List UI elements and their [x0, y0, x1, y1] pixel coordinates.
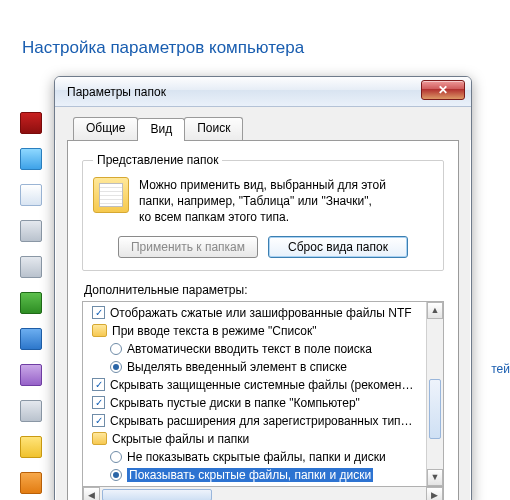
tree-item[interactable]: Скрытые файлы и папки	[83, 430, 426, 448]
tree-item-label: Не показывать скрытые файлы, папки и дис…	[127, 450, 386, 464]
tree-item-label: Отображать сжатые или зашифрованные файл…	[110, 306, 412, 320]
radio-icon[interactable]	[110, 469, 122, 481]
dialog-title: Параметры папок	[67, 85, 166, 99]
tree-item[interactable]: Выделять введенный элемент в списке	[83, 358, 426, 376]
checkbox-icon[interactable]	[92, 378, 105, 391]
tree-item-selected[interactable]: Показывать скрытые файлы, папки и диски	[83, 466, 426, 484]
tree-item-label: При вводе текста в режиме "Список"	[112, 324, 317, 338]
sidebar-icon[interactable]	[20, 328, 42, 350]
truncated-link-text[interactable]: тей	[491, 362, 510, 376]
page-title: Настройка параметров компьютера	[22, 38, 304, 58]
tree-item[interactable]: Не показывать скрытые файлы, папки и дис…	[83, 448, 426, 466]
sidebar-icon[interactable]	[20, 256, 42, 278]
tab-view[interactable]: Вид	[137, 118, 185, 141]
reset-folders-button[interactable]: Сброс вида папок	[268, 236, 408, 258]
sidebar-icon[interactable]	[20, 112, 42, 134]
folder-view-group: Представление папок Можно применить вид,…	[82, 153, 444, 271]
radio-icon[interactable]	[110, 361, 122, 373]
tab-search[interactable]: Поиск	[184, 117, 243, 140]
tab-panel-view: Представление папок Можно применить вид,…	[67, 140, 459, 500]
sidebar-icon[interactable]	[20, 292, 42, 314]
tree-item-label: Скрывать пустые диски в папке "Компьютер…	[110, 396, 360, 410]
checkbox-icon[interactable]	[92, 306, 105, 319]
tree-item-label: Автоматически вводить текст в поле поиск…	[127, 342, 372, 356]
sidebar-icon[interactable]	[20, 364, 42, 386]
sidebar-icon[interactable]	[20, 220, 42, 242]
sidebar-icon[interactable]	[20, 184, 42, 206]
vertical-scrollbar[interactable]: ▲ ▼	[426, 302, 443, 486]
checkbox-icon[interactable]	[92, 396, 105, 409]
close-button[interactable]: ✕	[421, 80, 465, 100]
dialog-titlebar[interactable]: Параметры папок ✕	[55, 77, 471, 107]
group-text-line: папки, например, "Таблица" или "Значки",	[139, 193, 386, 209]
tab-general[interactable]: Общие	[73, 117, 138, 140]
sidebar-icon[interactable]	[20, 436, 42, 458]
tree-item[interactable]: Скрывать защищенные системные файлы (рек…	[83, 376, 426, 394]
group-text-line: ко всем папкам этого типа.	[139, 209, 386, 225]
control-panel-icon-column	[20, 112, 44, 494]
tree-item-label: Скрывать расширения для зарегистрированн…	[110, 414, 413, 428]
scroll-track[interactable]	[100, 487, 426, 500]
group-legend: Представление папок	[93, 153, 222, 167]
sidebar-icon[interactable]	[20, 148, 42, 170]
scroll-thumb[interactable]	[102, 489, 212, 500]
tab-strip: Общие Вид Поиск	[55, 107, 471, 140]
radio-icon[interactable]	[110, 343, 122, 355]
tree-item-label: Выделять введенный элемент в списке	[127, 360, 347, 374]
tree-viewport[interactable]: Отображать сжатые или зашифрованные файл…	[83, 302, 426, 486]
tree-item-label: Скрывать защищенные системные файлы (рек…	[110, 378, 413, 392]
tree-item[interactable]: Скрывать пустые диски в папке "Компьютер…	[83, 394, 426, 412]
tree-item[interactable]: Автоматически вводить текст в поле поиск…	[83, 340, 426, 358]
scroll-left-button[interactable]: ◀	[83, 487, 100, 500]
folder-icon	[92, 324, 107, 337]
group-description: Можно применить вид, выбранный для этой …	[139, 177, 386, 226]
checkbox-icon[interactable]	[92, 414, 105, 427]
horizontal-scrollbar[interactable]: ◀ ▶	[82, 487, 444, 500]
scroll-up-button[interactable]: ▲	[427, 302, 443, 319]
scroll-down-button[interactable]: ▼	[427, 469, 443, 486]
apply-to-folders-button: Применить к папкам	[118, 236, 258, 258]
tree-item-label: Скрытые файлы и папки	[112, 432, 249, 446]
folder-views-icon	[93, 177, 129, 213]
scroll-right-button[interactable]: ▶	[426, 487, 443, 500]
tree-item[interactable]: При вводе текста в режиме "Список"	[83, 322, 426, 340]
scroll-thumb[interactable]	[429, 379, 441, 439]
radio-icon[interactable]	[110, 451, 122, 463]
folder-icon	[92, 432, 107, 445]
scroll-track[interactable]	[427, 319, 443, 469]
sidebar-icon[interactable]	[20, 472, 42, 494]
tree-item[interactable]: Отображать сжатые или зашифрованные файл…	[83, 304, 426, 322]
tree-item-label: Показывать скрытые файлы, папки и диски	[127, 468, 373, 482]
group-text-line: Можно применить вид, выбранный для этой	[139, 177, 386, 193]
sidebar-icon[interactable]	[20, 400, 42, 422]
close-icon: ✕	[438, 83, 448, 97]
advanced-settings-tree: Отображать сжатые или зашифрованные файл…	[82, 301, 444, 487]
advanced-settings-label: Дополнительные параметры:	[84, 283, 444, 297]
tree-item[interactable]: Скрывать расширения для зарегистрированн…	[83, 412, 426, 430]
folder-options-dialog: Параметры папок ✕ Общие Вид Поиск Предст…	[54, 76, 472, 500]
